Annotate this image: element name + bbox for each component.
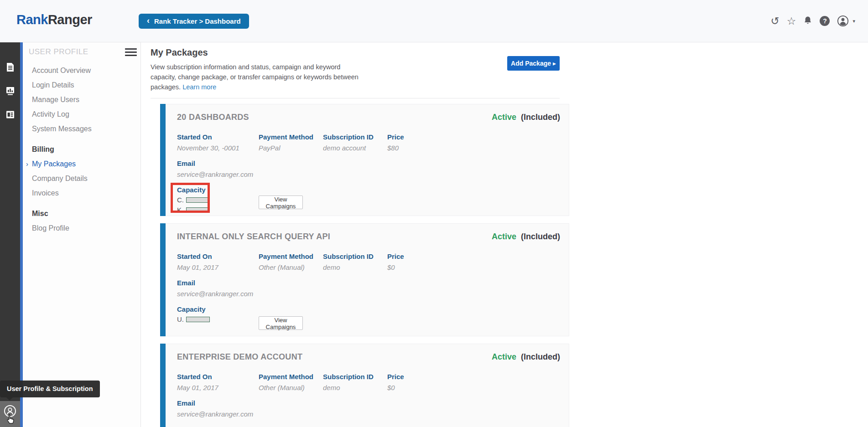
started-on-label: Started On — [177, 133, 259, 141]
sidebar-heading-misc: Misc — [23, 206, 140, 221]
reports-layout-icon[interactable] — [0, 103, 20, 126]
payment-method-value: PayPal — [259, 144, 323, 152]
package-accent-stripe — [160, 223, 166, 336]
sidebar-item-login-details[interactable]: Login Details — [23, 78, 140, 93]
logo-rank: Rank — [16, 12, 48, 27]
email-value: service@rankranger.com — [177, 410, 560, 418]
account-avatar-icon[interactable] — [837, 15, 849, 27]
package-accent-stripe — [160, 344, 166, 427]
bar-chart-icon[interactable] — [0, 79, 20, 103]
price-label: Price — [387, 252, 442, 260]
email-block: Email service@rankranger.com — [177, 159, 560, 178]
user-profile-sidebar: USER PROFILE Account Overview Login Deta… — [23, 42, 141, 427]
view-campaigns-button[interactable]: View Campaigns — [259, 195, 303, 209]
payment-method-label: Payment Method — [259, 133, 323, 141]
price-label: Price — [387, 373, 442, 381]
back-chevron-icon: ‹ — [147, 16, 150, 26]
payment-method-label: Payment Method — [259, 252, 323, 260]
subscription-id-value: demo account — [323, 144, 387, 152]
capacity-label: Capacity — [177, 305, 560, 313]
status-active: Active — [492, 113, 516, 122]
package-status: Active (Included) — [492, 232, 560, 242]
account-caret-icon[interactable]: ▾ — [852, 18, 855, 24]
campaigns-file-icon[interactable] — [0, 55, 20, 79]
started-on-value: November 30, -0001 — [177, 144, 259, 152]
sidebar-collapse-icon[interactable] — [125, 48, 137, 57]
status-note: (Included) — [521, 232, 560, 241]
top-bar: RankRanger ‹ Rank Tracker > Dashboard ↺ … — [0, 0, 868, 42]
view-campaigns-button[interactable]: View Campaigns — [259, 316, 303, 330]
sidebar-item-system-messages[interactable]: System Messages — [23, 122, 140, 136]
payment-method-value: Other (Manual) — [259, 384, 323, 391]
sidebar-item-activity-log[interactable]: Activity Log — [23, 107, 140, 122]
rail-tooltip-arrow — [6, 397, 13, 404]
package-status: Active (Included) — [492, 113, 560, 122]
package-name: 20 DASHBOARDS — [177, 113, 249, 122]
sidebar-item-blog-profile[interactable]: Blog Profile — [23, 221, 140, 236]
rail-tooltip: User Profile & Subscription — [0, 381, 100, 397]
payment-method-value: Other (Manual) — [259, 263, 323, 271]
package-fields-row: Started On November 30, -0001 Payment Me… — [177, 133, 560, 152]
sidebar-item-invoices[interactable]: Invoices — [23, 186, 140, 201]
sidebar-item-manage-users[interactable]: Manage Users — [23, 93, 140, 107]
learn-more-link[interactable]: Learn more — [182, 83, 216, 91]
email-value: service@rankranger.com — [177, 170, 560, 178]
active-item-chevron-icon: › — [26, 157, 28, 171]
capacity-bar-units: U. — [177, 315, 560, 323]
header-divider — [151, 98, 560, 98]
sidebar-heading-billing: Billing — [23, 142, 140, 157]
subscription-id-label: Subscription ID — [323, 373, 387, 381]
nav-button-label: Rank Tracker > Dashboard — [154, 17, 241, 25]
sidebar-item-company-details[interactable]: Company Details — [23, 171, 140, 186]
package-name: ENTERPRISE DEMO ACCOUNT — [177, 352, 302, 362]
email-label: Email — [177, 279, 560, 287]
capacity-label: Capacity — [177, 186, 560, 194]
help-icon[interactable]: ? — [820, 16, 830, 26]
sidebar-item-account-overview[interactable]: Account Overview — [23, 63, 140, 78]
package-fields-row: Started On May 01, 2017 Payment Method O… — [177, 373, 560, 391]
email-value: service@rankranger.com — [177, 290, 560, 298]
subscription-id-value: demo — [323, 263, 387, 271]
email-block: Email service@rankranger.com — [177, 399, 560, 418]
package-fields-row: Started On May 01, 2017 Payment Method O… — [177, 252, 560, 271]
sidebar-item-my-packages[interactable]: › My Packages — [23, 157, 140, 171]
subscription-id-label: Subscription ID — [323, 252, 387, 260]
email-label: Email — [177, 159, 560, 167]
sidebar-menu: Account Overview Login Details Manage Us… — [23, 63, 140, 236]
package-name: INTERNAL ONLY SEARCH QUERY API — [177, 232, 330, 242]
email-block: Email service@rankranger.com — [177, 279, 560, 298]
package-accent-stripe — [160, 104, 166, 216]
price-value: $0 — [387, 263, 442, 271]
bell-icon[interactable] — [803, 16, 812, 26]
package-card-internal-search-query-api: INTERNAL ONLY SEARCH QUERY API Active (I… — [160, 223, 569, 336]
capacity-bar-keywords: K. — [177, 206, 560, 214]
status-note: (Included) — [521, 352, 560, 361]
logo-ranger: Ranger — [48, 12, 92, 27]
capacity-bar-campaigns: C. — [177, 196, 560, 204]
rail-icon-stack — [0, 55, 20, 126]
status-active: Active — [492, 232, 516, 241]
subscription-id-value: demo — [323, 384, 387, 391]
status-active: Active — [492, 352, 516, 361]
app-icon-rail — [0, 42, 20, 427]
rank-tracker-dashboard-button[interactable]: ‹ Rank Tracker > Dashboard — [139, 14, 249, 29]
capacity-block: Capacity U. — [177, 305, 560, 323]
page-title: My Packages — [151, 42, 868, 58]
email-label: Email — [177, 399, 560, 407]
history-icon[interactable]: ↺ — [771, 16, 780, 26]
price-value: $0 — [387, 384, 442, 391]
price-label: Price — [387, 133, 442, 141]
mouse-cursor-hand — [5, 414, 16, 427]
rankranger-logo[interactable]: RankRanger — [16, 12, 92, 27]
sidebar-title: USER PROFILE — [29, 47, 88, 57]
main-content: Add Package ▸ My Packages View subscript… — [141, 42, 868, 427]
user-profile-rail-button[interactable] — [0, 401, 20, 427]
add-package-button[interactable]: Add Package ▸ — [507, 56, 560, 71]
subscription-id-label: Subscription ID — [323, 133, 387, 141]
star-icon[interactable]: ☆ — [787, 16, 796, 26]
package-card-enterprise-demo-account: ENTERPRISE DEMO ACCOUNT Active (Included… — [160, 344, 569, 427]
started-on-label: Started On — [177, 252, 259, 260]
payment-method-label: Payment Method — [259, 373, 323, 381]
status-note: (Included) — [521, 113, 560, 122]
started-on-label: Started On — [177, 373, 259, 381]
